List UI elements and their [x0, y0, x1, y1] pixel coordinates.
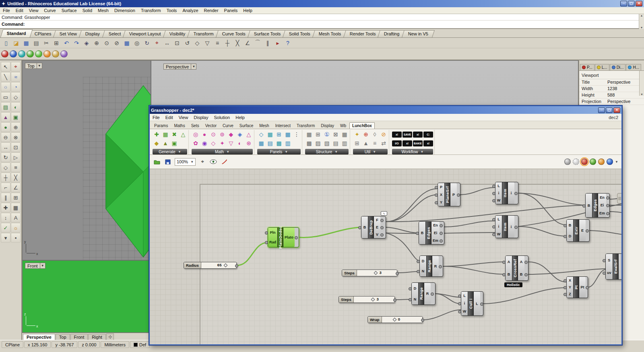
offset-icon[interactable]: ∥	[263, 39, 272, 47]
input-param[interactable]: A	[506, 259, 512, 264]
mesh-icon[interactable]: ▲	[1, 112, 10, 122]
lunchbox-component-icon[interactable]: ⊙	[209, 130, 217, 138]
input-param[interactable]: W	[496, 198, 502, 203]
rotate-tool-icon[interactable]: ↻	[1, 152, 10, 162]
gh-menu-item[interactable]: File	[150, 115, 163, 120]
toolbar-tab[interactable]: Transform	[187, 30, 220, 37]
gh-menu-item[interactable]: Edit	[163, 115, 176, 120]
gh-component-item-2[interactable]: LiW Item i	[495, 215, 518, 238]
output-param[interactable]: Em	[432, 238, 439, 243]
gh-slider-wrap[interactable]: Wrap 0	[367, 316, 423, 323]
lunchbox-component-icon[interactable]: ✿	[192, 139, 200, 147]
lunchbox-component-icon[interactable]: ◎	[192, 130, 200, 138]
menu-item[interactable]: Panels	[221, 8, 241, 13]
toolbar-tab[interactable]: Surface Tools	[248, 30, 287, 37]
ribbon-group-menu[interactable]: Math▼	[192, 149, 253, 154]
lunchbox-component-icon[interactable]: ▩	[305, 139, 313, 147]
preview-menu-arrow-icon[interactable]: ▼	[615, 160, 618, 164]
input-param[interactable]: Y	[567, 285, 573, 290]
open-document-icon[interactable]	[153, 158, 161, 166]
sphere-icon[interactable]: ●	[1, 122, 10, 132]
ribbon-group-menu[interactable]: Workflow▼	[392, 149, 433, 154]
output-param[interactable]: E	[374, 225, 380, 230]
grasshopper-canvas[interactable]: Radius 65 Steps 3 Steps 3 Wrap 0	[150, 169, 621, 344]
boolean-union-icon[interactable]: ⊕	[11, 122, 21, 132]
output-param[interactable]: Pt	[580, 285, 585, 290]
block-tool-icon[interactable]: ▦	[11, 203, 21, 212]
curve-icon[interactable]: ≈	[11, 72, 21, 82]
misc-tool-icon[interactable]: ▪	[11, 233, 21, 243]
workflow-component-icon[interactable]: x!	[423, 140, 433, 146]
input-param[interactable]: N	[412, 297, 418, 302]
command-area[interactable]: Command: Grasshopper Command: ▲▼	[0, 14, 644, 29]
grasshopper-window[interactable]: Grasshopper - dec2* ─ ▢ ✕ FileEditViewDi…	[149, 105, 622, 345]
lunchbox-component-icon[interactable]: ◇	[257, 130, 265, 138]
extend-icon[interactable]: ∠	[243, 39, 252, 47]
viewport-menu-arrow-icon[interactable]: ▼	[40, 263, 45, 269]
gh-component-item-1[interactable]: LiW Item i	[495, 182, 518, 204]
menu-item[interactable]: Curve	[41, 8, 58, 13]
lunchbox-component-icon[interactable]: ▣	[170, 139, 178, 147]
component-tab[interactable]: Sets	[188, 122, 202, 129]
lunchbox-component-icon[interactable]: ✖	[170, 130, 178, 138]
menu-item[interactable]: Analyze	[180, 8, 201, 13]
output-param[interactable]: A	[518, 259, 524, 264]
gh-component-edges-1[interactable]: B Edges EnEiEm	[419, 221, 444, 245]
output-param[interactable]: R	[433, 264, 438, 269]
render-icon[interactable]	[1, 50, 8, 58]
lunchbox-component-icon[interactable]: ▦	[284, 130, 292, 138]
lunchbox-component-icon[interactable]: ⊚	[218, 130, 226, 138]
status-cell[interactable]: y -38.767	[52, 341, 77, 348]
ribbon-group-menu[interactable]: Util▼	[353, 149, 388, 154]
component-tab[interactable]: Transform	[294, 122, 318, 129]
selected-only-preview-icon[interactable]	[598, 159, 605, 165]
shaded-preview-icon[interactable]	[581, 159, 588, 165]
rotate-icon[interactable]: ↺	[182, 39, 192, 47]
undo-icon[interactable]: ↶	[62, 39, 71, 47]
split-icon[interactable]: ╳	[233, 39, 242, 47]
output-param[interactable]: B	[518, 272, 524, 277]
mirror-icon[interactable]: ▽	[202, 39, 212, 47]
input-param[interactable]: Z	[567, 292, 573, 296]
select-icon[interactable]: ↖	[1, 62, 10, 72]
zoom-selected-icon[interactable]: ◎	[132, 39, 142, 47]
ribbon-group-menu[interactable]: Structure▼	[305, 149, 349, 154]
input-param[interactable]: uv	[606, 270, 612, 275]
render-tool-icon[interactable]: ☼	[11, 223, 21, 233]
lunchbox-component-icon[interactable]: ◆	[227, 130, 235, 138]
gh-component-evalsrf[interactable]: Suv EvalSrf	[605, 253, 621, 280]
input-param[interactable]: N	[420, 269, 426, 274]
crossref-holistic-tag[interactable]: Holistic	[504, 282, 522, 287]
dimension-tool-icon[interactable]: ↕	[1, 213, 10, 222]
arc-icon[interactable]: ◔	[11, 82, 21, 92]
array-tool-icon[interactable]: ≡	[11, 163, 21, 172]
gh-component-debrep[interactable]: ∿ B DeBrep FEV	[361, 216, 386, 239]
record-history-icon[interactable]: ▸	[273, 39, 283, 47]
lunchbox-component-icon[interactable]: ▦	[305, 130, 313, 138]
lunchbox-component-icon[interactable]: ◉	[200, 139, 208, 147]
gh-slider-radius[interactable]: Radius 65	[184, 262, 237, 269]
gh-menu-item[interactable]: Solution	[211, 115, 233, 120]
input-param[interactable]: S	[606, 258, 612, 263]
menu-item[interactable]: Dimension	[111, 8, 138, 13]
component-tab[interactable]: Maths	[171, 122, 188, 129]
tab-display[interactable]: Di...	[610, 64, 626, 70]
group-tool-icon[interactable]: ✚	[1, 203, 10, 212]
layer-status[interactable]: Def	[130, 341, 150, 348]
lunchbox-component-icon[interactable]: ▩	[275, 139, 283, 147]
viewport-menu-arrow-icon[interactable]: ▼	[37, 63, 42, 69]
lunchbox-component-icon[interactable]: ⋮	[293, 130, 301, 138]
tab-properties[interactable]: P...	[580, 64, 594, 70]
lunchbox-component-icon[interactable]: ⊛	[245, 139, 253, 147]
input-param[interactable]: L	[462, 293, 467, 298]
lunchbox-component-icon[interactable]: ①	[323, 130, 331, 138]
lunchbox-component-icon[interactable]: ▧	[323, 139, 331, 147]
gh-slider-steps-1[interactable]: Steps 3	[342, 270, 397, 276]
output-param[interactable]: F	[374, 218, 380, 222]
input-param[interactable]: Y	[438, 200, 444, 205]
gh-component-range-2[interactable]: DN Range R	[411, 282, 436, 305]
lunchbox-component-icon[interactable]: ◊	[371, 130, 379, 138]
lunchbox-component-icon[interactable]: ⊞	[353, 139, 361, 147]
lunchbox-component-icon[interactable]: ⊞	[275, 130, 283, 138]
toolbar-tab[interactable]: New in V5	[402, 30, 435, 37]
